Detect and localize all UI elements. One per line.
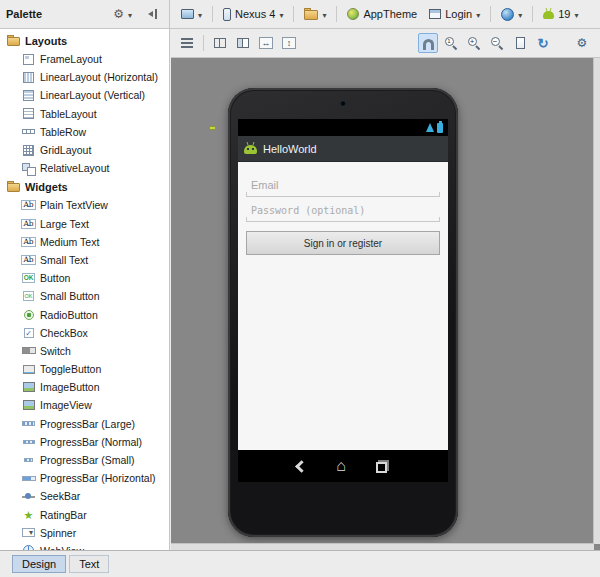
footer-tab-bar: DesignText [0, 550, 600, 577]
palette-item-ratingbar[interactable]: RatingBar [0, 506, 169, 524]
palette-item-medium-text[interactable]: AbMedium Text [0, 233, 169, 251]
palette-item-togglebutton[interactable]: ToggleButton [0, 360, 169, 378]
activity-icon [429, 9, 441, 19]
palette-section-widgets[interactable]: Widgets [0, 177, 169, 196]
menu-icon [181, 38, 193, 48]
warning-marker-icon [209, 126, 216, 130]
horizontal-scrollbar[interactable] [171, 543, 594, 550]
snap-to-grid-button[interactable] [418, 33, 438, 53]
palette-item-linearlayout-vertical[interactable]: LinearLayout (Vertical) [0, 86, 169, 104]
palette-section-layouts[interactable]: Layouts [0, 31, 169, 50]
palette-item-label: ImageButton [40, 381, 100, 393]
linearlayout-v-icon [20, 88, 37, 103]
activity-button[interactable]: Login [424, 3, 485, 25]
stretch-vertical-button[interactable] [279, 33, 299, 53]
device-button[interactable]: Nexus 4 [218, 3, 288, 25]
chevron-down-icon [574, 8, 578, 20]
palette-item-label: LinearLayout (Vertical) [40, 89, 145, 101]
refresh-button[interactable] [533, 33, 553, 53]
plus-glyph [468, 37, 477, 46]
zoom-fit-button[interactable] [510, 33, 530, 53]
gear-icon [113, 8, 124, 20]
locale-button[interactable] [496, 3, 527, 25]
palette-item-progressbar-small[interactable]: ProgressBar (Small) [0, 451, 169, 469]
ratingbar-icon [20, 507, 37, 522]
palette-item-spinner[interactable]: Spinner [0, 524, 169, 542]
palette-item-label: FrameLayout [40, 53, 102, 65]
palette-title: Palette [6, 8, 42, 20]
minus-glyph [491, 37, 500, 46]
palette-item-small-text[interactable]: AbSmall Text [0, 251, 169, 269]
navigation-bar [238, 450, 448, 482]
palette-item-imageview[interactable]: ImageView [0, 396, 169, 414]
framelayout-icon [20, 52, 37, 67]
palette-item-framelayout[interactable]: FrameLayout [0, 50, 169, 68]
palette-section-label: Layouts [25, 35, 67, 47]
folder-icon [304, 8, 318, 20]
layout-content: Email Password (optional) Sign in or reg… [238, 162, 448, 450]
stretch-vertical-icon [282, 37, 296, 49]
email-field[interactable]: Email [246, 174, 440, 197]
palette-item-linearlayout-horizontal[interactable]: LinearLayout (Horizontal) [0, 68, 169, 86]
hide-panel-icon [147, 9, 158, 19]
one-glyph [445, 37, 454, 46]
separator [212, 6, 213, 22]
zoom-actual-button[interactable] [441, 33, 461, 53]
orientation-button[interactable] [299, 3, 331, 25]
action-bar: HelloWorld [238, 136, 448, 162]
textview-icon: Ab [20, 234, 37, 249]
back-icon[interactable] [295, 460, 308, 473]
palette-item-tablerow[interactable]: TableRow [0, 123, 169, 141]
tab-text[interactable]: Text [69, 555, 109, 573]
palette-item-radiobutton[interactable]: RadioButton [0, 305, 169, 323]
theme-button[interactable]: AppTheme [342, 3, 422, 25]
palette-item-gridlayout[interactable]: GridLayout [0, 141, 169, 159]
split-pane-button[interactable] [210, 33, 230, 53]
palette-item-plain-textview[interactable]: AbPlain TextView [0, 196, 169, 214]
palette-item-switch[interactable]: Switch [0, 342, 169, 360]
palette-item-progressbar-large[interactable]: ProgressBar (Large) [0, 415, 169, 433]
device-screen[interactable]: HelloWorld Email Password (optional) Sig… [238, 119, 448, 482]
palette-item-large-text[interactable]: AbLarge Text [0, 215, 169, 233]
progressbar-normal-icon [20, 434, 37, 449]
palette-item-imagebutton[interactable]: ImageButton [0, 378, 169, 396]
api-level-button[interactable]: 19 [538, 3, 583, 25]
recents-icon[interactable] [376, 460, 389, 473]
palette-item-progressbar-horizontal[interactable]: ProgressBar (Horizontal) [0, 469, 169, 487]
signin-button[interactable]: Sign in or register [246, 231, 440, 255]
gridlayout-icon [20, 143, 37, 158]
wifi-icon [426, 123, 434, 132]
chevron-down-icon [322, 8, 326, 20]
password-field[interactable]: Password (optional) [246, 199, 440, 222]
device-frame: HelloWorld Email Password (optional) Sig… [228, 88, 458, 537]
palette-item-button[interactable]: OKButton [0, 269, 169, 287]
palette-item-tablelayout[interactable]: TableLayout [0, 105, 169, 123]
options-menu-button[interactable] [177, 33, 197, 53]
palette-item-label: Large Text [40, 218, 89, 230]
zoom-out-button[interactable] [487, 33, 507, 53]
palette-settings-button[interactable] [108, 3, 137, 25]
palette-panel: LayoutsFrameLayoutLinearLayout (Horizont… [0, 29, 170, 550]
palette-item-relativelayout[interactable]: RelativeLayout [0, 159, 169, 177]
palette-item-small-button[interactable]: OKSmall Button [0, 287, 169, 305]
palette-item-progressbar-normal[interactable]: ProgressBar (Normal) [0, 433, 169, 451]
hide-panel-button[interactable] [142, 3, 163, 25]
api-level-label: 19 [558, 8, 570, 20]
togglebutton-icon [20, 362, 37, 377]
palette-item-webview[interactable]: WebView [0, 542, 169, 550]
zoom-in-button[interactable] [464, 33, 484, 53]
vertical-scrollbar[interactable] [593, 58, 600, 544]
palette-item-checkbox[interactable]: CheckBox [0, 324, 169, 342]
split-pane-filled-button[interactable] [233, 33, 253, 53]
preview-settings-button[interactable] [572, 33, 592, 53]
palette-item-label: Medium Text [40, 236, 99, 248]
palette-item-label: Switch [40, 345, 71, 357]
palette-item-label: Small Button [40, 290, 100, 302]
palette-item-seekbar[interactable]: SeekBar [0, 487, 169, 505]
tablelayout-icon [20, 106, 37, 121]
design-canvas[interactable]: HelloWorld Email Password (optional) Sig… [171, 58, 600, 550]
stretch-horizontal-button[interactable] [256, 33, 276, 53]
tab-design[interactable]: Design [12, 555, 66, 573]
home-icon[interactable] [333, 458, 349, 474]
config-button[interactable] [176, 3, 207, 25]
